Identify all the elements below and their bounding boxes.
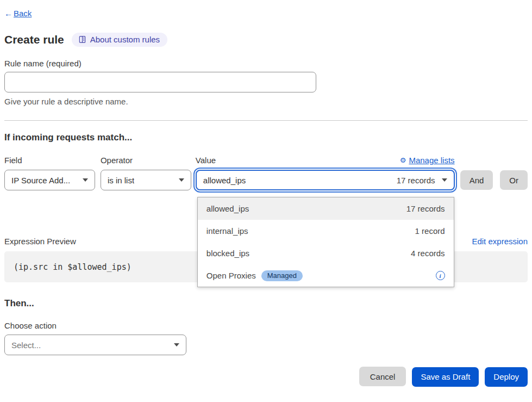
chevron-down-icon bbox=[83, 178, 88, 182]
value-label: Value bbox=[196, 156, 216, 165]
list-record-count: 1 record bbox=[415, 226, 445, 236]
expression-preview-label: Expression Preview bbox=[4, 237, 76, 246]
dropdown-item-open-proxies[interactable]: Open Proxies Managed i bbox=[198, 264, 454, 287]
value-header: Value ⚙Manage lists bbox=[196, 156, 455, 165]
operator-column: Operator is in list bbox=[101, 156, 191, 190]
manage-lists-link[interactable]: ⚙Manage lists bbox=[400, 156, 455, 165]
field-column: Field IP Source Add... bbox=[4, 156, 95, 190]
value-select-value: allowed_ips bbox=[203, 176, 246, 185]
managed-badge: Managed bbox=[261, 270, 303, 281]
or-button[interactable]: Or bbox=[500, 170, 528, 190]
match-heading: If incoming requests match... bbox=[4, 132, 528, 143]
value-select-records: 17 records bbox=[397, 176, 435, 185]
choose-action-label: Choose action bbox=[4, 321, 528, 330]
value-dropdown-menu: allowed_ips 17 records internal_ips 1 re… bbox=[197, 197, 454, 287]
create-rule-page: ←Back Create rule About custom rules Rul… bbox=[0, 0, 532, 387]
cancel-button[interactable]: Cancel bbox=[359, 367, 406, 386]
operator-select[interactable]: is in list bbox=[101, 170, 191, 190]
book-icon bbox=[78, 35, 86, 44]
and-button[interactable]: And bbox=[460, 170, 493, 190]
operator-label: Operator bbox=[101, 156, 191, 165]
deploy-button[interactable]: Deploy bbox=[485, 367, 528, 387]
list-name: allowed_ips bbox=[206, 204, 249, 213]
match-builder-row: Field IP Source Add... Operator is in li… bbox=[4, 156, 528, 190]
rule-name-input[interactable] bbox=[4, 72, 316, 92]
dropdown-item-allowed-ips[interactable]: allowed_ips 17 records bbox=[198, 197, 454, 220]
back-label: Back bbox=[14, 9, 32, 18]
expression-code: (ip.src in $allowed_ips) bbox=[14, 262, 132, 272]
field-select-value: IP Source Add... bbox=[11, 176, 70, 185]
field-select[interactable]: IP Source Add... bbox=[4, 170, 95, 190]
list-record-count: 4 records bbox=[411, 249, 445, 258]
list-record-count: 17 records bbox=[406, 204, 445, 213]
action-select-placeholder: Select... bbox=[11, 341, 41, 350]
chevron-down-icon bbox=[442, 178, 447, 182]
action-select[interactable]: Select... bbox=[4, 335, 186, 355]
dropdown-item-blocked-ips[interactable]: blocked_ips 4 records bbox=[198, 242, 454, 264]
value-select[interactable]: allowed_ips 17 records bbox=[196, 170, 455, 190]
dropdown-item-internal-ips[interactable]: internal_ips 1 record bbox=[198, 220, 454, 242]
back-arrow-icon: ← bbox=[4, 9, 12, 18]
back-link[interactable]: ←Back bbox=[4, 9, 32, 18]
chevron-down-icon bbox=[179, 178, 184, 182]
back-row: ←Back bbox=[4, 9, 528, 18]
rule-name-label: Rule name (required) bbox=[4, 59, 528, 68]
manage-lists-label: Manage lists bbox=[409, 156, 454, 165]
page-title: Create rule bbox=[4, 33, 64, 46]
chevron-down-icon bbox=[174, 343, 179, 347]
field-label: Field bbox=[4, 156, 95, 165]
edit-expression-link[interactable]: Edit expression bbox=[472, 237, 528, 246]
then-heading: Then... bbox=[4, 298, 528, 309]
list-name: blocked_ips bbox=[206, 249, 249, 258]
footer-actions: Cancel Save as Draft Deploy bbox=[4, 367, 528, 387]
about-badge-label: About custom rules bbox=[90, 35, 160, 44]
gear-icon: ⚙ bbox=[400, 156, 406, 164]
about-custom-rules-badge[interactable]: About custom rules bbox=[72, 33, 167, 47]
list-name: Open Proxies bbox=[206, 271, 256, 280]
operator-select-value: is in list bbox=[108, 176, 134, 185]
save-as-draft-button[interactable]: Save as Draft bbox=[412, 367, 479, 387]
list-name: internal_ips bbox=[206, 226, 248, 236]
info-icon[interactable]: i bbox=[436, 271, 445, 280]
title-row: Create rule About custom rules bbox=[4, 33, 528, 47]
value-column: Value ⚙Manage lists allowed_ips 17 recor… bbox=[196, 156, 455, 190]
section-divider bbox=[4, 120, 528, 121]
rule-name-helper: Give your rule a descriptive name. bbox=[4, 97, 528, 106]
